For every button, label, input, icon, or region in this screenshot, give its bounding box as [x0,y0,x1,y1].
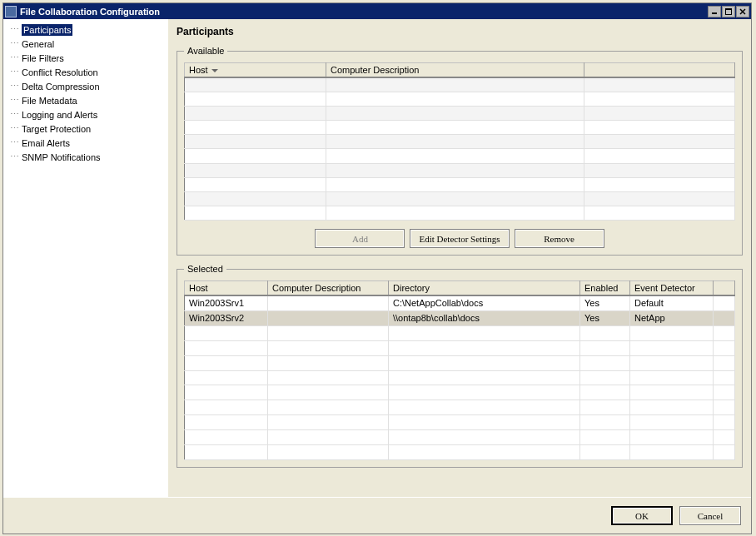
col-spacer [584,63,735,78]
col-enabled[interactable]: Enabled [580,281,630,296]
tree-connector-icon: ⋯ [10,151,20,162]
nav-item-file-filters[interactable]: ⋯File Filters [10,51,162,65]
cancel-button[interactable]: Cancel [679,506,741,525]
table-row[interactable] [185,430,735,445]
nav-item-target-protection[interactable]: ⋯Target Protection [10,122,162,136]
table-row[interactable] [185,135,735,149]
available-legend: Available [184,46,227,56]
nav-item-logging-and-alerts[interactable]: ⋯Logging and Alerts [10,107,162,122]
table-row[interactable] [185,121,735,135]
nav-item-participants[interactable]: ⋯Participants [10,22,162,37]
nav-item-general[interactable]: ⋯General [10,37,162,51]
ok-button[interactable]: OK [611,506,673,525]
table-row[interactable] [185,445,735,460]
tree-connector-icon: ⋯ [10,81,20,92]
tree-connector-icon: ⋯ [10,123,20,134]
col-spacer [714,281,735,296]
tree-connector-icon: ⋯ [10,38,20,49]
nav-item-email-alerts[interactable]: ⋯Email Alerts [10,136,162,150]
tree-connector-icon: ⋯ [10,67,20,77]
nav-item-file-metadata[interactable]: ⋯File Metadata [10,93,162,107]
tree-connector-icon: ⋯ [10,109,20,120]
selected-table[interactable]: Host Computer Description Directory Enab… [184,280,735,460]
table-row[interactable] [185,163,735,177]
page-title: Participants [177,26,743,37]
remove-button[interactable]: Remove [515,229,604,248]
add-button[interactable]: Add [315,229,405,248]
table-row[interactable] [185,92,735,107]
tree-connector-icon: ⋯ [10,95,20,106]
nav-item-snmp-notifications[interactable]: ⋯SNMP Notifications [10,150,162,164]
sort-descending-icon [211,69,218,72]
table-row[interactable] [185,325,735,340]
nav-item-conflict-resolution[interactable]: ⋯Conflict Resolution [10,65,162,79]
table-row[interactable] [185,77,735,92]
titlebar[interactable]: File Collaboration Configuration [3,3,751,19]
table-row[interactable] [185,415,735,430]
table-row[interactable] [185,107,735,121]
col-desc[interactable]: Computer Description [268,281,389,296]
nav-item-delta-compression[interactable]: ⋯Delta Compression [10,79,162,93]
config-window: File Collaboration Configuration ⋯Partic… [2,2,752,534]
window-title: File Collaboration Configuration [20,7,708,17]
edit-detector-button[interactable]: Edit Detector Settings [410,229,509,248]
table-row[interactable] [185,191,735,206]
table-row[interactable] [185,149,735,163]
app-icon [5,6,17,17]
table-row[interactable] [185,340,735,355]
close-button[interactable] [736,6,749,17]
tree-connector-icon: ⋯ [10,52,20,63]
col-dir[interactable]: Directory [389,281,580,296]
col-desc[interactable]: Computer Description [326,63,584,78]
table-row[interactable] [185,177,735,191]
col-host[interactable]: Host [185,63,326,78]
table-row[interactable] [185,355,735,370]
nav-tree[interactable]: ⋯Participants⋯General⋯File Filters⋯Confl… [3,19,168,497]
available-table[interactable]: Host Computer Description [184,62,735,221]
maximize-button[interactable] [722,6,735,17]
selected-group: Selected Host Computer Description Direc… [177,264,743,468]
table-row[interactable] [185,385,735,400]
col-host[interactable]: Host [185,281,268,296]
col-detector[interactable]: Event Detector [630,281,714,296]
selected-legend: Selected [184,264,226,274]
table-row[interactable] [185,206,735,220]
available-group: Available Host Computer Description [177,46,743,256]
minimize-button[interactable] [708,6,721,17]
main-panel: Participants Available Host Computer Des… [168,19,751,497]
dialog-footer: OK Cancel [3,497,751,534]
table-row[interactable] [185,370,735,385]
table-row[interactable]: Win2003Srv2\\ontap8b\collab\docsYesNetAp… [185,310,735,325]
tree-connector-icon: ⋯ [10,24,20,35]
tree-connector-icon: ⋯ [10,137,20,148]
table-row[interactable] [185,400,735,415]
table-row[interactable]: Win2003Srv1C:\NetAppCollab\docsYesDefaul… [185,295,735,310]
